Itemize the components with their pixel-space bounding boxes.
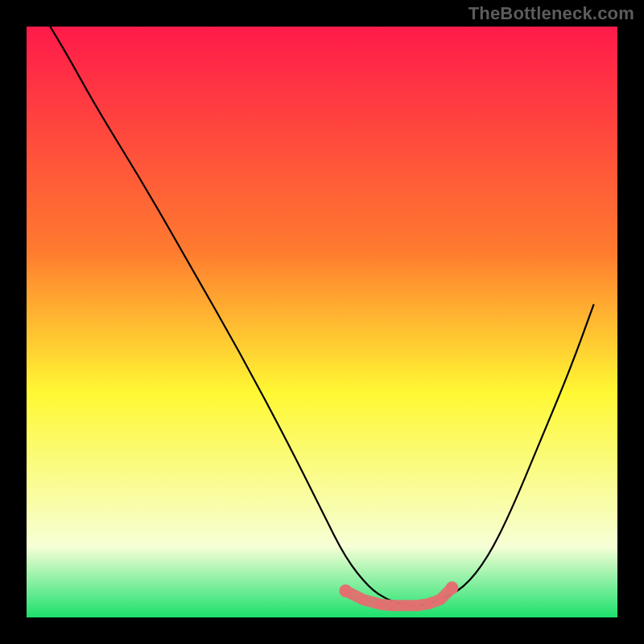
highlight-marker — [400, 601, 410, 610]
highlight-marker — [358, 595, 368, 605]
plot-background — [27, 27, 617, 617]
attribution-text: TheBottleneck.com — [469, 3, 634, 24]
highlight-marker — [376, 600, 386, 609]
bottleneck-chart — [0, 0, 644, 644]
highlight-marker — [436, 595, 445, 605]
highlight-marker — [388, 601, 398, 610]
highlight-marker — [445, 581, 458, 594]
highlight-marker — [423, 599, 433, 609]
highlight-marker — [339, 584, 352, 597]
chart-frame: TheBottleneck.com — [0, 0, 644, 644]
highlight-marker — [411, 601, 421, 610]
